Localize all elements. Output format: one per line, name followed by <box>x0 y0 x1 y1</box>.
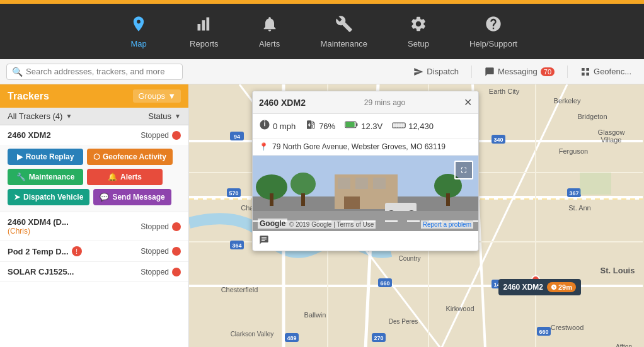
popup-footer <box>253 231 478 251</box>
svg-rect-52 <box>580 173 611 195</box>
odometer-icon <box>392 120 406 132</box>
svg-rect-4 <box>586 68 589 71</box>
tracker-status-solar: Stopped <box>141 268 181 276</box>
svg-text:Earth City: Earth City <box>489 88 520 95</box>
battery-icon <box>345 120 359 132</box>
divider2 <box>567 65 568 78</box>
svg-rect-72 <box>396 123 398 127</box>
svg-rect-80 <box>270 193 273 206</box>
messaging-button[interactable]: Messaging 70 <box>478 64 561 80</box>
speed-icon <box>259 119 270 133</box>
speed-value: 0 mph <box>273 122 296 131</box>
trackers-title: Trackers <box>8 91 49 102</box>
tracker-filter-left[interactable]: All Trackers (4) ▼ <box>8 111 72 121</box>
google-watermark: Google <box>258 219 287 229</box>
svg-text:Bridgeton: Bridgeton <box>577 113 607 120</box>
send-message-label: Send Message <box>112 193 164 202</box>
nav-item-reports[interactable]: Reports <box>180 10 229 54</box>
groups-button[interactable]: Groups ▼ <box>133 89 181 103</box>
nav-label-help: Help/Support <box>469 39 517 48</box>
svg-text:Country: Country <box>398 255 420 262</box>
maintenance-icon <box>335 15 353 37</box>
status-text-pod2: Stopped <box>141 247 169 256</box>
trackers-dropdown-icon: ▼ <box>66 113 72 120</box>
tracker-item-solar[interactable]: SOLAR CJ1525... Stopped <box>0 262 188 282</box>
svg-text:660: 660 <box>539 329 548 335</box>
sidebar: Trackers Groups ▼ All Trackers (4) ▼ Sta… <box>0 84 189 347</box>
tracker-item-header[interactable]: 2460 XDM2 Stopped <box>0 125 188 145</box>
route-replay-button[interactable]: ▶ Route Replay <box>8 149 83 165</box>
svg-rect-86 <box>338 178 350 189</box>
action-buttons: ▶ Route Replay ⬡ Geofence Activity 🔧 Mai… <box>0 145 188 212</box>
clock-icon <box>551 284 557 290</box>
search-input[interactable] <box>26 67 177 76</box>
svg-rect-6 <box>586 72 589 76</box>
bell-icon: 🔔 <box>108 173 117 181</box>
svg-text:Kirkwood: Kirkwood <box>446 305 474 312</box>
svg-rect-89 <box>344 196 360 209</box>
nav-item-help[interactable]: Help/Support <box>459 10 527 54</box>
report-problem-link[interactable]: Report a problem <box>421 220 473 229</box>
dispatch-button[interactable]: Dispatch <box>407 64 465 80</box>
svg-rect-82 <box>301 193 305 206</box>
popup-stat-odometer: 12,430 <box>392 120 434 132</box>
pod-alert-icon: ! <box>72 246 82 256</box>
svg-text:270: 270 <box>374 335 383 341</box>
svg-text:Ferguson: Ferguson <box>559 147 588 155</box>
groups-label: Groups <box>138 91 165 101</box>
status-text-2: Stopped <box>141 222 169 231</box>
expand-button[interactable] <box>454 161 473 179</box>
sub-nav: 🔍 Dispatch Messaging 70 Geofenc... <box>0 59 644 84</box>
tracker-filter-right[interactable]: Status ▼ <box>148 111 181 121</box>
messaging-label: Messaging <box>498 67 538 76</box>
geofence-label: Geofenc... <box>594 67 631 76</box>
maintenance-button[interactable]: 🔧 Maintenance <box>8 169 83 185</box>
tracker-item-pod2[interactable]: Pod 2 Temp D... ! Stopped <box>0 241 188 262</box>
svg-point-81 <box>290 173 316 195</box>
nav-label-reports: Reports <box>190 39 219 48</box>
marker-time: 29m <box>558 283 572 291</box>
popup-close-button[interactable]: ✕ <box>464 96 472 108</box>
svg-text:340: 340 <box>493 137 503 143</box>
geofence-activity-button[interactable]: ⬡ Geofence Activity <box>87 149 173 165</box>
map-icon <box>130 15 147 37</box>
nav-item-map[interactable]: Map <box>117 10 161 54</box>
popup-stats: 0 mph 76% 12.3V <box>253 114 478 139</box>
tracker-name-group-pod2: Pod 2 Temp D... ! <box>8 246 82 256</box>
map-marker-label: 2460 XDM2 29m <box>498 279 581 295</box>
send-message-button[interactable]: 💬 Send Message <box>93 189 171 205</box>
nav-item-maintenance[interactable]: Maintenance <box>311 10 377 54</box>
tracker-sub-label: (Chris) <box>8 227 69 236</box>
geofence-button[interactable]: Geofenc... <box>574 64 638 80</box>
nav-item-alerts[interactable]: Alerts <box>248 10 292 54</box>
popup-stat-voltage: 12.3V <box>345 120 382 132</box>
svg-rect-3 <box>582 68 585 71</box>
tracker-item-2460xdm4[interactable]: 2460 XDM4 (D... (Chris) Stopped <box>0 212 188 241</box>
svg-text:Village: Village <box>601 136 622 144</box>
fuel-value: 76% <box>319 122 335 131</box>
svg-rect-2 <box>206 17 209 30</box>
svg-text:Crestwood: Crestwood <box>551 324 584 331</box>
svg-rect-71 <box>393 123 395 127</box>
status-dot-2 <box>172 222 181 231</box>
search-box[interactable]: 🔍 <box>6 64 183 80</box>
svg-text:Ballwin: Ballwin <box>304 311 326 319</box>
play-icon: ▶ <box>17 152 23 161</box>
svg-text:367: 367 <box>569 190 578 196</box>
popup-stat-fuel: 76% <box>305 119 335 133</box>
popup-address: 📍 79 North Gore Avenue, Webster Groves, … <box>253 139 478 156</box>
popup-streetview[interactable]: Google © 2019 Google | Terms of Use Repo… <box>253 156 478 231</box>
alerts-button[interactable]: 🔔 Alerts <box>87 169 163 185</box>
maintenance-label: Maintenance <box>29 173 75 181</box>
svg-text:Glasgow: Glasgow <box>598 128 625 136</box>
alerts-label: Alerts <box>120 173 142 181</box>
svg-text:Berkeley: Berkeley <box>554 97 581 105</box>
tracker-name-pod2: Pod 2 Temp D... <box>8 247 69 256</box>
popup-card: 2460 XDM2 29 mins ago ✕ 0 mph 76% <box>252 91 479 251</box>
terms-text: © 2019 Google | Terms of Use <box>287 220 376 229</box>
status-dot-pod2 <box>172 247 181 256</box>
nav-item-setup[interactable]: Setup <box>396 10 440 54</box>
svg-text:Clarkson Valley: Clarkson Valley <box>231 331 274 338</box>
dispatch-vehicle-button[interactable]: ➤ Dispatch Vehicle <box>8 189 89 205</box>
map-area[interactable]: 570 170 141 340 367 141 Berkeley Earth C… <box>189 84 644 347</box>
